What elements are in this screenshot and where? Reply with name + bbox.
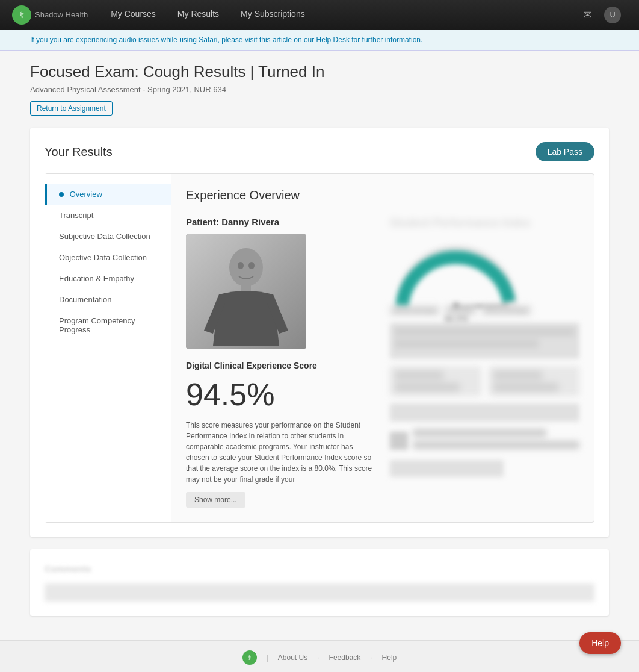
nav-user[interactable]: U xyxy=(598,7,627,23)
sidebar-item-education[interactable]: Education & Empathy xyxy=(45,268,171,289)
blurred-row-3 xyxy=(390,403,579,422)
gauge-container: 94.5% xyxy=(390,234,510,300)
footer-sep-2: · xyxy=(317,653,319,662)
gauge-labels: Below Average Average Above Average xyxy=(390,305,579,316)
nav-link-courses[interactable]: My Courses xyxy=(100,0,167,30)
comments-card: Comments xyxy=(30,549,609,616)
footer-logo-icon: ⚕ xyxy=(242,650,257,665)
dce-title: Digital Clinical Experience Score xyxy=(186,361,375,370)
student-score-box xyxy=(390,366,481,396)
footer: ⚕ | About Us · Feedback · Help xyxy=(0,640,639,672)
patient-name: Patient: Danny Rivera xyxy=(186,217,375,227)
dce-score: 94.5% xyxy=(186,376,375,412)
inner-card: Overview Transcript Subjective Data Coll… xyxy=(45,173,594,523)
blurred-content-block xyxy=(390,323,579,359)
blurred-text-a xyxy=(413,429,546,437)
comments-placeholder xyxy=(45,583,594,602)
gauge-svg: 94.5% xyxy=(390,234,522,313)
main-area: Experience Overview Patient: Danny River… xyxy=(171,174,594,522)
footer-sep-1: | xyxy=(267,653,268,662)
lab-pass-button[interactable]: Lab Pass xyxy=(536,142,594,161)
nav-link-results[interactable]: My Results xyxy=(167,0,230,30)
sidebar: Overview Transcript Subjective Data Coll… xyxy=(45,174,171,522)
info-banner: If you you are experiencing audio issues… xyxy=(0,30,639,51)
info-banner-text: If you you are experiencing audio issues… xyxy=(30,36,422,44)
blurred-line-1 xyxy=(395,328,575,336)
two-column-layout: Patient: Danny Rivera xyxy=(186,217,579,508)
gauge-title: Student Performance Index xyxy=(390,217,579,229)
left-column: Patient: Danny Rivera xyxy=(186,217,375,508)
right-column: Student Performance Index xyxy=(390,217,579,508)
blurred-icon xyxy=(390,432,408,450)
comments-title: Comments xyxy=(45,564,594,574)
blurred-row-4 xyxy=(390,429,579,453)
student-score-value xyxy=(395,383,460,391)
navigation: ⚕ Shadow Health My Courses My Results My… xyxy=(0,0,639,30)
sidebar-dot-icon xyxy=(59,192,64,197)
page-subtitle: Advanced Physical Assessment - Spring 20… xyxy=(30,85,609,94)
logo-text: Shadow Health xyxy=(35,10,88,19)
national-score-value xyxy=(493,383,558,391)
show-more-button[interactable]: Show more... xyxy=(186,492,245,508)
national-score-label xyxy=(493,371,542,379)
sidebar-item-objective[interactable]: Objective Data Collection xyxy=(45,247,171,268)
blurred-line-2 xyxy=(395,340,539,348)
footer-sep-3: · xyxy=(370,653,372,662)
avatar: U xyxy=(604,7,621,23)
right-col-content: Student Performance Index xyxy=(390,217,579,477)
results-card: Your Results Lab Pass Overview Transcrip… xyxy=(30,128,609,537)
nav-link-subscriptions[interactable]: My Subscriptions xyxy=(230,0,316,30)
svg-point-5 xyxy=(248,262,255,269)
blurred-text-group xyxy=(413,429,579,453)
sidebar-item-documentation[interactable]: Documentation xyxy=(45,289,171,310)
mail-icon[interactable]: ✉ xyxy=(577,8,598,22)
sidebar-item-subjective[interactable]: Subjective Data Collection xyxy=(45,226,171,247)
page-title: Focused Exam: Cough Results | Turned In xyxy=(30,63,609,81)
svg-point-7 xyxy=(452,303,460,310)
svg-point-2 xyxy=(229,248,263,287)
footer-logo: ⚕ xyxy=(242,650,257,665)
patient-silhouette-svg xyxy=(186,234,306,349)
footer-link-about[interactable]: About Us xyxy=(278,653,307,662)
sidebar-item-transcript[interactable]: Transcript xyxy=(45,205,171,226)
footer-link-feedback[interactable]: Feedback xyxy=(329,653,361,662)
student-score-label xyxy=(395,371,443,379)
national-score-box xyxy=(489,366,580,396)
svg-line-6 xyxy=(456,305,507,306)
results-title: Your Results xyxy=(45,145,113,159)
gauge-label-average: Average xyxy=(445,305,477,316)
page-content: Focused Exam: Cough Results | Turned In … xyxy=(0,51,639,640)
experience-title: Experience Overview xyxy=(186,188,579,202)
blurred-text-b xyxy=(413,441,579,449)
results-card-header: Your Results Lab Pass xyxy=(45,142,594,161)
gauge-label-above: Above Average xyxy=(481,305,532,316)
svg-text:94.5%: 94.5% xyxy=(444,314,468,323)
sidebar-item-overview[interactable]: Overview xyxy=(45,184,171,205)
dce-description: This score measures your performance on … xyxy=(186,420,375,485)
help-button[interactable]: Help xyxy=(579,632,621,654)
blurred-row-5 xyxy=(390,460,504,477)
logo-icon: ⚕ xyxy=(12,5,31,25)
score-row xyxy=(390,366,579,396)
footer-link-help[interactable]: Help xyxy=(382,653,397,662)
return-to-assignment-link[interactable]: Return to Assignment xyxy=(30,101,113,116)
sidebar-item-competency[interactable]: Program Competency Progress xyxy=(45,310,171,340)
patient-image xyxy=(186,234,306,349)
svg-point-4 xyxy=(238,262,244,269)
nav-logo[interactable]: ⚕ Shadow Health xyxy=(12,5,88,25)
gauge-label-below: Below Average xyxy=(390,305,440,316)
